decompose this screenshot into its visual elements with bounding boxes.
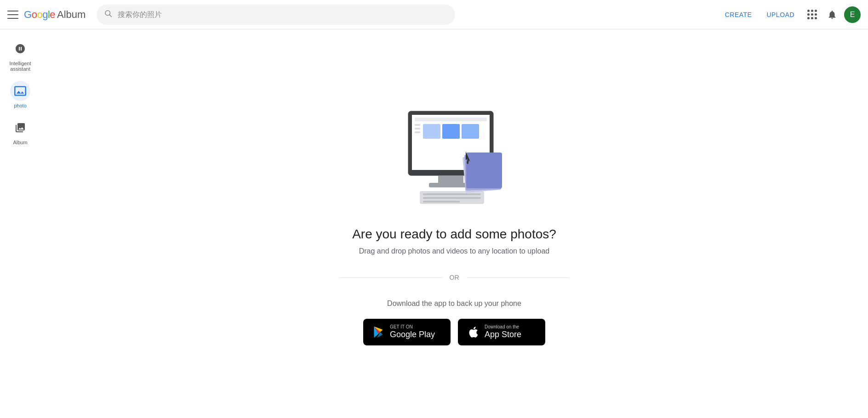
assistant-label: Intelligent assistant: [9, 61, 31, 72]
main-subtitle: Drag and drop photos and videos to any l…: [359, 247, 550, 255]
photo-label: photo: [14, 103, 27, 108]
create-button[interactable]: CREATE: [720, 7, 758, 22]
sidebar-item-album[interactable]: Album: [2, 114, 39, 149]
apple-icon: [467, 326, 480, 339]
sidebar-item-photo[interactable]: photo: [2, 77, 39, 112]
search-icon: [104, 9, 112, 20]
assistant-icon-wrap: [10, 39, 30, 59]
google-play-icon: [372, 326, 385, 339]
google-play-text: GET IT ON Google Play: [390, 324, 435, 340]
logo-text: Google: [24, 9, 55, 21]
app-store-text: Download on the App Store: [485, 324, 521, 340]
notifications-icon[interactable]: [824, 6, 840, 23]
app-store-button[interactable]: Download on the App Store: [458, 319, 545, 345]
svg-line-1: [110, 15, 112, 17]
svg-rect-9: [423, 201, 460, 203]
svg-rect-13: [415, 131, 420, 133]
svg-rect-15: [442, 124, 460, 139]
svg-rect-7: [423, 193, 481, 195]
or-divider: OR: [339, 274, 569, 281]
avatar[interactable]: E: [844, 6, 861, 23]
svg-rect-4: [438, 175, 463, 184]
app-store-big: App Store: [485, 330, 521, 340]
or-text: OR: [450, 274, 459, 281]
divider-left: [339, 277, 442, 278]
logo[interactable]: Google Album: [24, 9, 86, 21]
svg-rect-12: [415, 128, 420, 130]
app-store-small: Download on the: [485, 324, 519, 330]
svg-rect-8: [423, 197, 481, 199]
apps-icon[interactable]: [804, 6, 820, 23]
sidebar: Intelligent assistant photo Album: [0, 29, 40, 418]
logo-album-text: Album: [57, 9, 86, 21]
photo-icon-wrap: [10, 81, 30, 101]
sidebar-item-assistant[interactable]: Intelligent assistant: [2, 35, 39, 75]
google-play-small: GET IT ON: [390, 324, 413, 330]
upload-button[interactable]: UPLOAD: [761, 7, 800, 22]
download-text: Download the app to back up your phone: [387, 299, 521, 308]
header-left: Google Album: [7, 9, 86, 21]
google-play-big: Google Play: [390, 330, 435, 340]
google-play-button[interactable]: GET IT ON Google Play: [363, 319, 451, 345]
search-input[interactable]: [118, 11, 448, 19]
svg-rect-10: [415, 118, 487, 121]
search-bar[interactable]: [97, 5, 455, 25]
svg-rect-14: [423, 124, 440, 139]
main-title: Are you ready to add some photos?: [352, 227, 556, 242]
svg-rect-16: [462, 124, 479, 139]
store-buttons: GET IT ON Google Play Download on the Ap…: [363, 319, 545, 345]
svg-rect-11: [415, 124, 420, 126]
main-content: Are you ready to add some photos? Drag a…: [40, 29, 868, 418]
header-right: CREATE UPLOAD E: [720, 6, 861, 23]
album-label: Album: [13, 140, 27, 145]
upload-illustration: [394, 102, 514, 212]
header: Google Album CREATE UPLOAD: [0, 0, 868, 29]
svg-rect-19: [466, 153, 502, 188]
divider-right: [467, 277, 570, 278]
menu-icon[interactable]: [7, 11, 18, 19]
album-icon-wrap: [10, 118, 30, 138]
